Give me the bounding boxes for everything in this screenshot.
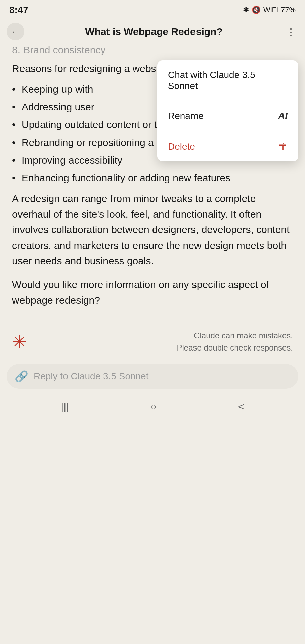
back-nav-icon[interactable]: < (238, 401, 244, 412)
paragraph-1: A redesign can range from minor tweaks t… (12, 191, 293, 269)
input-bar[interactable]: 🔗 Reply to Claude 3.5 Sonnet (7, 364, 298, 389)
claude-asterisk-icon: ✳ (12, 333, 27, 351)
status-icons: ✱ 🔇 WiFi 77% (243, 6, 296, 14)
section-heading: 8. Brand consistency (12, 44, 293, 56)
context-menu: Chat with Claude 3.5 Sonnet Rename AI De… (157, 60, 298, 161)
more-options-button[interactable]: ⋮ (284, 24, 298, 39)
back-button[interactable]: ← (7, 23, 24, 40)
disclaimer-text: Claude can make mistakes.Please double c… (34, 330, 293, 354)
header: ← What is Webpage Redesign? ⋮ (0, 19, 305, 44)
home-icon[interactable]: ○ (150, 401, 157, 412)
trash-icon: 🗑 (278, 141, 288, 152)
bluetooth-icon: ✱ (243, 6, 249, 14)
reply-input[interactable]: Reply to Claude 3.5 Sonnet (34, 371, 290, 382)
paragraph-2: Would you like more information on any s… (12, 277, 293, 308)
attachment-icon[interactable]: 🔗 (15, 370, 28, 383)
recent-apps-icon[interactable]: ||| (61, 401, 69, 412)
list-item: Enhancing functionality or adding new fe… (12, 170, 293, 185)
wifi-icon: WiFi (263, 6, 278, 14)
ai-icon: AI (278, 111, 288, 121)
context-menu-item-rename[interactable]: Rename AI (157, 101, 298, 131)
context-menu-item-chat[interactable]: Chat with Claude 3.5 Sonnet (157, 60, 298, 101)
back-arrow-icon: ← (11, 27, 19, 36)
chat-label: Chat with Claude 3.5 Sonnet (168, 70, 288, 91)
context-menu-item-delete[interactable]: Delete 🗑 (157, 131, 298, 161)
footer-note: ✳ Claude can make mistakes.Please double… (0, 323, 305, 361)
rename-label: Rename (168, 111, 204, 121)
battery-icon: 77% (281, 6, 296, 14)
more-dots-icon: ⋮ (286, 26, 296, 38)
delete-label: Delete (168, 141, 195, 152)
status-bar: 8:47 ✱ 🔇 WiFi 77% (0, 0, 305, 19)
page-title: What is Webpage Redesign? (30, 26, 278, 37)
mute-icon: 🔇 (252, 6, 261, 14)
status-time: 8:47 (9, 5, 28, 15)
bottom-nav: ||| ○ < (0, 395, 305, 419)
